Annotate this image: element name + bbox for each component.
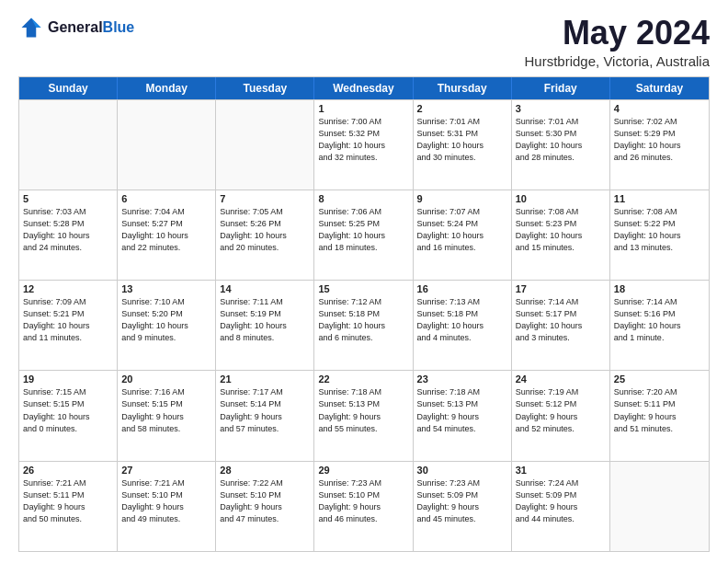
day-number: 23 [417,373,507,385]
cell-info: Sunrise: 7:03 AM Sunset: 5:28 PM Dayligh… [23,206,113,254]
calendar-cell: 6Sunrise: 7:04 AM Sunset: 5:27 PM Daylig… [118,190,216,280]
day-number: 14 [220,283,310,294]
page: GeneralBlue May 2024 Hurstbridge, Victor… [0,0,728,563]
day-number: 10 [516,193,606,204]
day-number: 7 [220,193,310,204]
calendar-cell: 8Sunrise: 7:06 AM Sunset: 5:25 PM Daylig… [314,190,413,280]
calendar-cell: 23Sunrise: 7:18 AM Sunset: 5:13 PM Dayli… [414,371,512,460]
cell-info: Sunrise: 7:01 AM Sunset: 5:31 PM Dayligh… [417,116,507,164]
calendar-cell: 10Sunrise: 7:08 AM Sunset: 5:23 PM Dayli… [512,190,610,280]
cell-info: Sunrise: 7:09 AM Sunset: 5:21 PM Dayligh… [23,296,113,344]
day-number: 1 [318,103,408,114]
day-number: 4 [614,103,705,114]
cell-info: Sunrise: 7:20 AM Sunset: 5:11 PM Dayligh… [614,386,705,434]
calendar-cell: 20Sunrise: 7:16 AM Sunset: 5:15 PM Dayli… [118,371,216,460]
calendar-header-cell: Wednesday [314,77,413,99]
cell-info: Sunrise: 7:05 AM Sunset: 5:26 PM Dayligh… [220,206,310,254]
calendar-cell: 9Sunrise: 7:07 AM Sunset: 5:24 PM Daylig… [414,190,512,280]
cell-info: Sunrise: 7:13 AM Sunset: 5:18 PM Dayligh… [417,296,507,344]
day-number: 13 [121,283,211,294]
calendar-header: SundayMondayTuesdayWednesdayThursdayFrid… [19,77,709,99]
cell-info: Sunrise: 7:24 AM Sunset: 5:09 PM Dayligh… [516,477,606,525]
day-number: 27 [121,465,211,476]
calendar-cell: 31Sunrise: 7:24 AM Sunset: 5:09 PM Dayli… [512,462,610,551]
cell-info: Sunrise: 7:07 AM Sunset: 5:24 PM Dayligh… [417,206,507,254]
day-number: 15 [318,283,408,294]
calendar-cell: 12Sunrise: 7:09 AM Sunset: 5:21 PM Dayli… [19,281,118,370]
subtitle: Hurstbridge, Victoria, Australia [525,53,710,69]
calendar-cell: 21Sunrise: 7:17 AM Sunset: 5:14 PM Dayli… [216,371,314,460]
calendar-week: 12Sunrise: 7:09 AM Sunset: 5:21 PM Dayli… [19,280,709,370]
cell-info: Sunrise: 7:00 AM Sunset: 5:32 PM Dayligh… [318,116,408,164]
day-number: 24 [516,373,606,385]
calendar-cell: 2Sunrise: 7:01 AM Sunset: 5:31 PM Daylig… [414,100,512,190]
day-number: 30 [417,465,507,476]
logo-text: GeneralBlue [48,19,134,36]
cell-info: Sunrise: 7:15 AM Sunset: 5:15 PM Dayligh… [23,386,113,434]
calendar-header-cell: Saturday [610,77,709,99]
cell-info: Sunrise: 7:12 AM Sunset: 5:18 PM Dayligh… [318,296,408,344]
cell-info: Sunrise: 7:23 AM Sunset: 5:09 PM Dayligh… [417,477,507,525]
calendar-cell: 26Sunrise: 7:21 AM Sunset: 5:11 PM Dayli… [19,462,118,551]
calendar-cell: 5Sunrise: 7:03 AM Sunset: 5:28 PM Daylig… [19,190,118,280]
day-number: 21 [220,373,310,385]
cell-info: Sunrise: 7:04 AM Sunset: 5:27 PM Dayligh… [121,206,211,254]
main-title: May 2024 [525,15,710,52]
day-number: 17 [516,283,606,294]
logo: GeneralBlue [18,15,134,40]
day-number: 20 [121,373,211,385]
cell-info: Sunrise: 7:19 AM Sunset: 5:12 PM Dayligh… [516,386,606,434]
calendar-week: 1Sunrise: 7:00 AM Sunset: 5:32 PM Daylig… [19,99,709,190]
day-number: 28 [220,465,310,476]
day-number: 31 [516,465,606,476]
calendar-cell [216,100,314,190]
title-block: May 2024 Hurstbridge, Victoria, Australi… [525,15,710,69]
calendar-week: 19Sunrise: 7:15 AM Sunset: 5:15 PM Dayli… [19,370,709,460]
cell-info: Sunrise: 7:21 AM Sunset: 5:10 PM Dayligh… [121,477,211,525]
calendar-header-cell: Sunday [19,77,118,99]
calendar-header-cell: Thursday [414,77,512,99]
day-number: 19 [23,373,113,385]
cell-info: Sunrise: 7:18 AM Sunset: 5:13 PM Dayligh… [318,386,408,434]
day-number: 22 [318,373,408,385]
calendar-cell: 19Sunrise: 7:15 AM Sunset: 5:15 PM Dayli… [19,371,118,460]
cell-info: Sunrise: 7:17 AM Sunset: 5:14 PM Dayligh… [220,386,310,434]
calendar-cell: 28Sunrise: 7:22 AM Sunset: 5:10 PM Dayli… [216,462,314,551]
logo-icon [18,15,44,40]
calendar-cell: 13Sunrise: 7:10 AM Sunset: 5:20 PM Dayli… [118,281,216,370]
day-number: 2 [417,103,507,114]
cell-info: Sunrise: 7:18 AM Sunset: 5:13 PM Dayligh… [417,386,507,434]
day-number: 26 [23,465,113,476]
calendar-cell: 4Sunrise: 7:02 AM Sunset: 5:29 PM Daylig… [610,100,709,190]
day-number: 12 [23,283,113,294]
day-number: 16 [417,283,507,294]
calendar-cell: 14Sunrise: 7:11 AM Sunset: 5:19 PM Dayli… [216,281,314,370]
day-number: 3 [516,103,606,114]
calendar-cell: 16Sunrise: 7:13 AM Sunset: 5:18 PM Dayli… [414,281,512,370]
calendar-cell: 27Sunrise: 7:21 AM Sunset: 5:10 PM Dayli… [118,462,216,551]
calendar-cell: 29Sunrise: 7:23 AM Sunset: 5:10 PM Dayli… [314,462,413,551]
calendar-header-cell: Friday [512,77,610,99]
cell-info: Sunrise: 7:06 AM Sunset: 5:25 PM Dayligh… [318,206,408,254]
calendar-week: 26Sunrise: 7:21 AM Sunset: 5:11 PM Dayli… [19,461,709,551]
cell-info: Sunrise: 7:10 AM Sunset: 5:20 PM Dayligh… [121,296,211,344]
calendar-cell [610,462,709,551]
calendar-cell: 3Sunrise: 7:01 AM Sunset: 5:30 PM Daylig… [512,100,610,190]
cell-info: Sunrise: 7:16 AM Sunset: 5:15 PM Dayligh… [121,386,211,434]
calendar-cell [19,100,118,190]
day-number: 29 [318,465,408,476]
day-number: 6 [121,193,211,204]
cell-info: Sunrise: 7:14 AM Sunset: 5:17 PM Dayligh… [516,296,606,344]
cell-info: Sunrise: 7:01 AM Sunset: 5:30 PM Dayligh… [516,116,606,164]
calendar-header-cell: Tuesday [216,77,314,99]
calendar-cell: 7Sunrise: 7:05 AM Sunset: 5:26 PM Daylig… [216,190,314,280]
cell-info: Sunrise: 7:08 AM Sunset: 5:22 PM Dayligh… [614,206,705,254]
cell-info: Sunrise: 7:14 AM Sunset: 5:16 PM Dayligh… [614,296,705,344]
cell-info: Sunrise: 7:21 AM Sunset: 5:11 PM Dayligh… [23,477,113,525]
calendar-body: 1Sunrise: 7:00 AM Sunset: 5:32 PM Daylig… [19,99,709,551]
calendar-header-cell: Monday [118,77,216,99]
calendar-cell: 11Sunrise: 7:08 AM Sunset: 5:22 PM Dayli… [610,190,709,280]
calendar-week: 5Sunrise: 7:03 AM Sunset: 5:28 PM Daylig… [19,190,709,280]
calendar-cell: 1Sunrise: 7:00 AM Sunset: 5:32 PM Daylig… [314,100,413,190]
cell-info: Sunrise: 7:02 AM Sunset: 5:29 PM Dayligh… [614,116,705,164]
